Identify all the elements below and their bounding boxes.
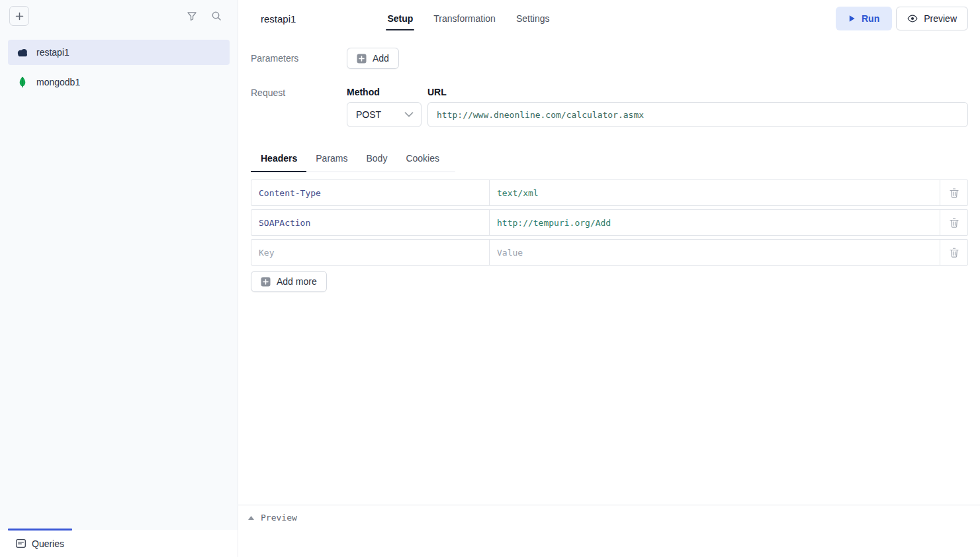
collapse-up-icon: [248, 516, 254, 520]
method-select[interactable]: POST: [347, 102, 422, 127]
url-label: URL: [427, 87, 447, 97]
sidebar-item-label: restapi1: [36, 47, 69, 58]
url-field: [427, 102, 968, 127]
request-row: Request Method URL POST: [251, 87, 968, 127]
tab-params[interactable]: Params: [306, 147, 357, 172]
add-parameter-label: Add: [373, 53, 389, 64]
add-entity-button[interactable]: [9, 6, 29, 26]
tab-transformation[interactable]: Transformation: [432, 0, 497, 37]
eye-icon: [907, 15, 918, 23]
request-field-inputs: POST: [347, 102, 968, 127]
trash-icon: [950, 248, 959, 258]
table-row: [251, 239, 968, 266]
page-title: restapi1: [261, 13, 296, 25]
header-actions: Run Preview: [836, 7, 968, 30]
preview-panel-label: Preview: [261, 513, 297, 523]
queries-icon: [16, 539, 26, 548]
trash-icon: [950, 218, 959, 228]
header-action-cell: [940, 210, 967, 235]
tab-headers[interactable]: Headers: [251, 147, 306, 172]
queries-tab-active-indicator: [8, 529, 72, 531]
header-key-cell: [251, 240, 490, 265]
delete-row-button[interactable]: [947, 185, 961, 201]
trash-icon: [950, 188, 959, 198]
sidebar-item-mongodb1[interactable]: mongodb1: [8, 70, 230, 95]
header-key-input[interactable]: [251, 180, 489, 205]
header-key-cell: [251, 210, 490, 235]
query-list: restapi1 mongodb1: [0, 32, 238, 530]
request-sub-tabs: Headers Params Body Cookies: [251, 147, 455, 172]
add-more-wrap: Add more: [251, 271, 968, 292]
parameters-row: Parameters Add: [251, 48, 968, 69]
tab-cookies[interactable]: Cookies: [396, 147, 449, 172]
delete-row-button[interactable]: [947, 245, 961, 260]
play-icon: [848, 15, 856, 23]
queries-tab[interactable]: Queries: [16, 538, 64, 549]
parameters-label: Parameters: [251, 53, 347, 64]
filter-icon[interactable]: [187, 11, 197, 21]
sidebar-bottom-bar: Queries: [0, 530, 238, 557]
preview-button[interactable]: Preview: [896, 7, 968, 30]
sidebar-header: [0, 0, 238, 32]
run-button-label: Run: [862, 13, 879, 24]
tab-settings[interactable]: Settings: [515, 0, 551, 37]
table-row: [251, 179, 968, 206]
add-parameter-button[interactable]: Add: [347, 48, 399, 69]
url-input[interactable]: [429, 103, 966, 127]
table-row: [251, 209, 968, 236]
header-action-cell: [940, 180, 967, 205]
header-value-input[interactable]: [490, 240, 940, 265]
plus-square-icon: [357, 54, 367, 64]
main-panel: restapi1 Setup Transformation Settings R…: [238, 0, 980, 557]
method-select-value: POST: [356, 109, 381, 120]
preview-panel-toggle[interactable]: Preview: [238, 505, 980, 530]
header-key-cell: [251, 180, 490, 205]
request-fields: Method URL POST: [347, 87, 968, 127]
header-value-input[interactable]: [490, 210, 940, 235]
headers-table: [251, 179, 968, 266]
queries-tab-label: Queries: [32, 538, 64, 549]
preview-button-label: Preview: [924, 13, 957, 24]
sidebar: restapi1 mongodb1 Queries: [0, 0, 238, 557]
mongodb-leaf-icon: [16, 76, 29, 88]
request-field-labels: Method URL: [347, 87, 968, 97]
main-tabs: Setup Transformation Settings: [386, 0, 551, 37]
header-value-cell: [490, 180, 940, 205]
delete-row-button[interactable]: [947, 215, 961, 230]
setup-content: Parameters Add Request Method URL: [238, 37, 980, 505]
sidebar-item-restapi1[interactable]: restapi1: [8, 40, 230, 65]
plus-icon: [15, 12, 24, 21]
chevron-down-icon: [404, 112, 414, 117]
sidebar-item-label: mongodb1: [36, 77, 80, 87]
add-more-label: Add more: [277, 276, 317, 287]
rest-api-cloud-icon: [16, 48, 29, 57]
bottom-spacer: [238, 530, 980, 557]
run-button[interactable]: Run: [836, 7, 892, 30]
tab-setup[interactable]: Setup: [386, 0, 414, 37]
search-icon[interactable]: [211, 11, 222, 21]
header-value-input[interactable]: [490, 180, 940, 205]
header-key-input[interactable]: [251, 210, 489, 235]
header-action-cell: [940, 240, 967, 265]
header-value-cell: [490, 240, 940, 265]
main-header: restapi1 Setup Transformation Settings R…: [238, 0, 980, 37]
header-value-cell: [490, 210, 940, 235]
add-more-button[interactable]: Add more: [251, 271, 327, 292]
plus-square-icon: [261, 277, 271, 287]
method-label: Method: [347, 87, 427, 97]
header-key-input[interactable]: [251, 240, 489, 265]
tab-body[interactable]: Body: [357, 147, 397, 172]
sidebar-header-icons: [187, 11, 228, 21]
request-label: Request: [251, 87, 347, 98]
app-window: restapi1 mongodb1 Queries restapi1: [0, 0, 980, 557]
